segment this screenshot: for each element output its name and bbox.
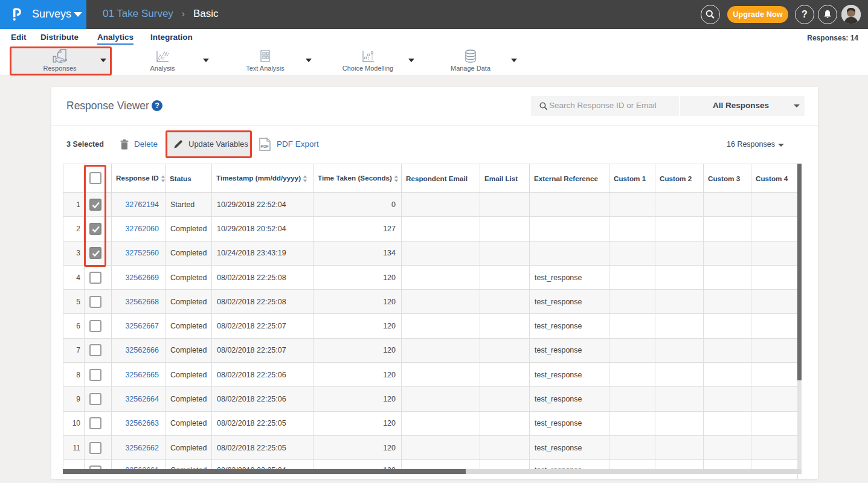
svg-text:PDF: PDF: [261, 144, 269, 149]
